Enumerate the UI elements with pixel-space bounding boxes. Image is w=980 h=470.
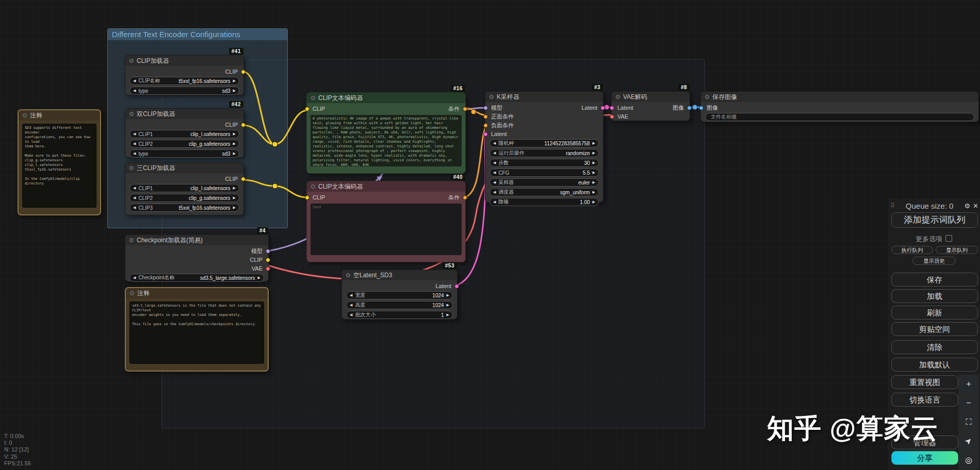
clip-text-encode-positive-node[interactable]: #16CLIP文本编码器CLIP条件A photorealistic 4K im… — [306, 92, 466, 174]
note-node-clip-files[interactable]: 注释SD3 supports different text encoder co… — [18, 109, 101, 215]
widget-Checkpoint名称[interactable]: ◀Checkpoint名称sd3.5_large.safetensors▶ — [129, 274, 264, 282]
collapse-dot-icon[interactable] — [616, 95, 620, 99]
input-slot-VAE[interactable] — [610, 114, 614, 119]
widget-CLIP2[interactable]: ◀CLIP2clip_g.safetensors▶ — [129, 194, 239, 202]
widget-left-arrow-icon[interactable]: ◀ — [133, 150, 136, 157]
collapse-dot-icon[interactable] — [23, 113, 27, 118]
widget-right-arrow-icon[interactable]: ▶ — [258, 274, 260, 281]
widget-right-arrow-icon[interactable]: ▶ — [593, 159, 595, 166]
input-slot-负面条件[interactable] — [483, 123, 488, 128]
node-title-bar[interactable]: CLIP加载器 — [125, 56, 243, 66]
widget-left-arrow-icon[interactable]: ◀ — [133, 140, 136, 147]
output-slot-条件[interactable] — [463, 195, 467, 200]
widget-left-arrow-icon[interactable]: ◀ — [493, 159, 496, 166]
menu-button-3[interactable]: 刷新 — [891, 306, 978, 320]
collapse-dot-icon[interactable] — [129, 238, 134, 242]
node-title-bar[interactable]: 注释 — [126, 288, 268, 298]
prompt-textarea[interactable]: text — [311, 204, 462, 255]
input-slot-正面条件[interactable] — [483, 114, 488, 119]
widget-left-arrow-icon[interactable]: ◀ — [493, 140, 496, 147]
extra-options-checkbox[interactable] — [945, 235, 952, 242]
empty-latent-sd3-node[interactable]: #53空Latent_SD3Latent◀宽度1024▶◀高度1024▶◀批次大… — [341, 270, 458, 320]
menu-button-2[interactable]: 加载 — [891, 289, 978, 303]
output-slot-CLIP[interactable] — [241, 177, 246, 181]
close-icon[interactable]: ✕ — [973, 202, 978, 210]
node-title-bar[interactable]: 三CLIP加载器 — [125, 163, 243, 173]
node-title-bar[interactable]: 保存图像 — [701, 92, 978, 102]
zoom-in-icon[interactable]: ＋ — [965, 380, 973, 388]
input-slot-Latent[interactable] — [610, 106, 614, 110]
collapse-dot-icon[interactable] — [311, 96, 315, 100]
widget-right-arrow-icon[interactable]: ▶ — [233, 150, 236, 157]
queue-prompt-button[interactable]: 添加提示词队列 — [891, 212, 978, 228]
output-slot-Latent[interactable] — [600, 106, 605, 110]
input-slot-Latent[interactable] — [483, 132, 488, 137]
widget-采样器[interactable]: ◀采样器euler▶ — [489, 178, 599, 187]
widget-right-arrow-icon[interactable]: ▶ — [233, 204, 236, 211]
widget-right-arrow-icon[interactable]: ▶ — [233, 130, 236, 138]
prompt-textarea[interactable]: A photorealistic 4K image of a woman wit… — [311, 115, 462, 166]
widget-降噪[interactable]: ◀降噪1.00▶ — [489, 198, 599, 206]
widget-CLIP2[interactable]: ◀CLIP2clip_g.safetensors▶ — [129, 140, 239, 148]
menu-button-7[interactable]: 重置视图 — [891, 375, 958, 389]
widget-right-arrow-icon[interactable]: ▶ — [447, 292, 449, 299]
output-slot-VAE[interactable] — [266, 266, 270, 271]
node-title-bar[interactable]: 空Latent_SD3 — [342, 270, 457, 280]
group-title[interactable]: Different Text Encoder Configurations — [108, 29, 287, 40]
widget-高度[interactable]: ◀高度1024▶ — [346, 301, 453, 309]
widget-left-arrow-icon[interactable]: ◀ — [133, 204, 136, 211]
widget-right-arrow-icon[interactable]: ▶ — [593, 149, 595, 157]
collapse-dot-icon[interactable] — [129, 112, 134, 116]
widget-left-arrow-icon[interactable]: ◀ — [133, 87, 136, 94]
collapse-dot-icon[interactable] — [705, 95, 709, 99]
widget-调度器[interactable]: ◀调度器sgm_uniform▶ — [489, 188, 599, 196]
cursor-arrow-icon[interactable]: ➤ — [963, 435, 974, 446]
zoom-out-icon[interactable]: − — [966, 399, 971, 407]
widget-left-arrow-icon[interactable]: ◀ — [350, 292, 352, 299]
note-node-checkpoint[interactable]: 注释sd3.5_large.safetensors is the file th… — [125, 287, 269, 372]
settings-gear-icon[interactable]: ⚙ — [964, 202, 970, 210]
widget-left-arrow-icon[interactable]: ◀ — [493, 198, 496, 206]
widget-运行后操作[interactable]: ◀运行后操作randomize▶ — [489, 149, 599, 157]
widget-right-arrow-icon[interactable]: ▶ — [593, 140, 595, 147]
widget-批次大小[interactable]: ◀批次大小1▶ — [346, 311, 453, 319]
fit-view-icon[interactable]: ⛶ — [966, 418, 971, 426]
menu-button-5[interactable]: 清除 — [891, 340, 978, 354]
show-queue-button[interactable]: 显示队列 — [936, 246, 978, 254]
widget-right-arrow-icon[interactable]: ▶ — [447, 311, 449, 318]
node-title-bar[interactable]: CLIP文本编码器 — [307, 181, 465, 192]
widget-right-arrow-icon[interactable]: ▶ — [233, 140, 236, 147]
toggle-visibility-eye-icon[interactable]: ◎ — [965, 456, 972, 464]
collapse-dot-icon[interactable] — [346, 273, 350, 277]
input-slot-模型[interactable] — [483, 106, 488, 110]
node-title-bar[interactable]: K采样器 — [485, 92, 603, 102]
widget-宽度[interactable]: ◀宽度1024▶ — [346, 291, 453, 299]
node-title-bar[interactable]: 双CLIP加载器 — [125, 109, 243, 119]
collapse-dot-icon[interactable] — [129, 59, 134, 63]
widget-left-arrow-icon[interactable]: ◀ — [493, 189, 496, 196]
menu-drag-handle[interactable]: ⠿ — [890, 202, 895, 209]
input-slot-CLIP[interactable] — [305, 107, 309, 111]
widget-CFG[interactable]: ◀CFG5.5▶ — [489, 169, 599, 177]
clip-loader-node[interactable]: #41CLIP加载器CLIP◀CLIP名称t5xxl_fp16.safetens… — [125, 55, 244, 95]
text-widget-文件名前缀[interactable]: 文件名前缀 — [705, 113, 974, 121]
output-slot-模型[interactable] — [266, 249, 270, 254]
widget-CLIP1[interactable]: ◀CLIP1clip_l.safetensors▶ — [129, 130, 239, 138]
node-canvas[interactable]: Different Text Encoder Configurations#41… — [0, 0, 980, 470]
widget-right-arrow-icon[interactable]: ▶ — [233, 77, 236, 85]
menu-button-1[interactable]: 保存 — [891, 273, 978, 287]
triple-clip-loader-node[interactable]: 三CLIP加载器CLIP◀CLIP1clip_l.safetensors▶◀CL… — [125, 162, 244, 215]
widget-right-arrow-icon[interactable]: ▶ — [593, 189, 595, 196]
menu-button-6[interactable]: 加载默认 — [891, 358, 978, 372]
save-image-node[interactable]: 保存图像图像文件名前缀 — [700, 91, 979, 122]
node-title-bar[interactable]: Checkpoint加载器(简易) — [125, 235, 268, 245]
dual-clip-loader-node[interactable]: #42双CLIP加载器CLIP◀CLIP1clip_l.safetensors▶… — [125, 108, 244, 158]
collapse-dot-icon[interactable] — [130, 291, 134, 295]
widget-right-arrow-icon[interactable]: ▶ — [593, 198, 595, 206]
widget-right-arrow-icon[interactable]: ▶ — [593, 169, 595, 176]
show-history-button[interactable]: 显示历史 — [912, 257, 956, 265]
collapse-dot-icon[interactable] — [129, 166, 134, 170]
widget-left-arrow-icon[interactable]: ◀ — [133, 77, 136, 85]
menu-button-10[interactable]: 分享 — [891, 451, 958, 465]
widget-left-arrow-icon[interactable]: ◀ — [493, 179, 496, 186]
